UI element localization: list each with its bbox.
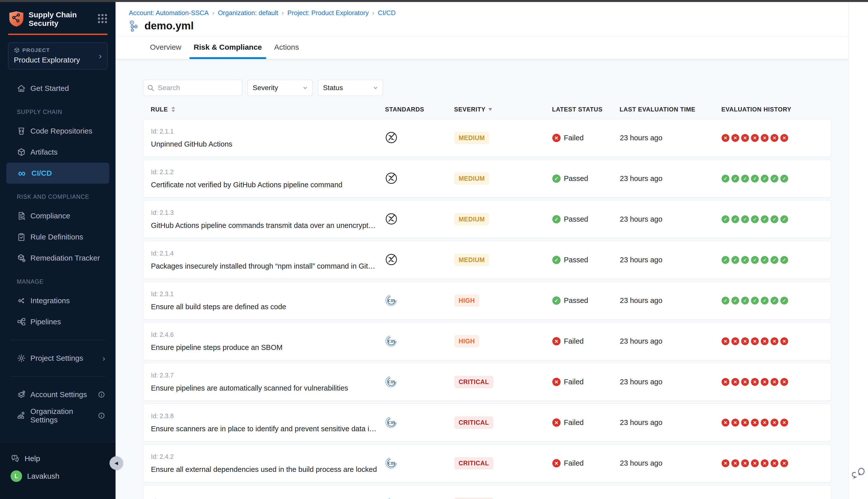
- sidebar-item-account-settings[interactable]: Account Settings: [6, 384, 109, 405]
- rules-table-body: Id: 2.1.1 Unpinned GitHub Actions MEDIUM…: [143, 119, 831, 499]
- sidebar-collapse-button[interactable]: ◀: [109, 456, 123, 470]
- sidebar-item-remediation-tracker[interactable]: Remediation Tracker: [6, 247, 109, 269]
- table-row[interactable]: Id: 2.3.8 Ensure scanners are in place t…: [143, 404, 831, 441]
- table-row[interactable]: Id: 2.1.2 Certificate not verified by Gi…: [143, 160, 831, 197]
- cis-icon: CIS: [385, 498, 397, 499]
- app-title: Supply Chain Security: [29, 11, 97, 28]
- project-cube-icon: [14, 47, 20, 53]
- latest-status-cell: Passed: [552, 296, 620, 305]
- cis-icon: CIS: [385, 376, 397, 388]
- history-pass-icon: [761, 175, 769, 182]
- tab-risk-and-compliance[interactable]: Risk & Compliance: [189, 43, 266, 59]
- breadcrumb: Account: Automation-SSCA › Organization:…: [129, 9, 848, 17]
- history-pass-icon: [751, 297, 759, 304]
- search-icon: [147, 84, 155, 92]
- rule-id: Id: 2.3.8: [151, 412, 385, 420]
- svg-text:CIS: CIS: [388, 298, 395, 303]
- failed-icon: [552, 418, 560, 427]
- history-pass-icon: [722, 175, 730, 182]
- history-pass-icon: [780, 175, 788, 182]
- breadcrumb-account[interactable]: Account: Automation-SSCA: [129, 9, 209, 17]
- history-fail-icon: [741, 337, 749, 345]
- project-selector[interactable]: PROJECT Product Exploratory ›: [8, 42, 108, 70]
- user-menu[interactable]: L Lavakush: [11, 467, 108, 485]
- column-header-rule[interactable]: RULE: [143, 106, 385, 113]
- severity-badge: HIGH: [454, 335, 479, 348]
- severity-badge: CRITICAL: [454, 416, 493, 429]
- history-fail-icon: [751, 337, 759, 345]
- standards-cell: CIS: [385, 335, 454, 348]
- history-fail-icon: [741, 459, 749, 467]
- tab-overview[interactable]: Overview: [146, 43, 185, 59]
- last-evaluation-time: 23 hours ago: [620, 215, 722, 223]
- table-row[interactable]: Id: 2.1.4 Packages insecurely installed …: [143, 241, 831, 279]
- status-filter-dropdown[interactable]: Status: [318, 80, 383, 96]
- owasp-icon: [385, 172, 397, 184]
- support-chat-icon[interactable]: [852, 466, 865, 479]
- standards-cell: [385, 132, 454, 145]
- table-row[interactable]: Id: 2.1.1 Unpinned GitHub Actions MEDIUM…: [143, 119, 831, 157]
- column-header-severity[interactable]: SEVERITY: [454, 106, 552, 113]
- evaluation-history: [722, 378, 831, 386]
- page-header: Account: Automation-SSCA › Organization:…: [116, 2, 848, 36]
- severity-cell: CRITICAL: [454, 498, 552, 499]
- table-row[interactable]: Id: 2.3.7 Ensure pipelines are automatic…: [143, 363, 831, 401]
- risk-compliance-content: Severity Status RULE STANDARDS SEVERITY …: [116, 59, 848, 499]
- table-row[interactable]: Id: 2.4.6 Ensure pipeline steps produce …: [143, 322, 831, 360]
- severity-badge: CRITICAL: [454, 376, 493, 388]
- breadcrumb-cicd[interactable]: CI/CD: [378, 9, 396, 17]
- rule-cell: Id: 2.1.3 GitHub Actions pipeline comman…: [143, 209, 385, 230]
- help-button[interactable]: ? Help: [11, 450, 108, 467]
- sidebar-item-integrations[interactable]: Integrations: [6, 290, 109, 311]
- standards-cell: [385, 254, 454, 267]
- chevron-separator-icon: ›: [282, 9, 284, 17]
- table-row[interactable]: Id: 2.4.2 Ensure all external dependenci…: [143, 444, 831, 482]
- history-fail-icon: [780, 459, 788, 467]
- sidebar-item-rule-definitions[interactable]: Rule Definitions: [6, 227, 109, 247]
- severity-cell: CRITICAL: [454, 376, 552, 388]
- sidebar-item-pipelines[interactable]: Pipelines: [6, 311, 109, 332]
- window-top-bar: [0, 0, 868, 2]
- status-text: Passed: [564, 215, 588, 223]
- module-grid-icon[interactable]: [97, 14, 108, 24]
- table-row[interactable]: Id: 3.1.7 CIS CRITICAL Failed 23 hours a…: [143, 485, 831, 499]
- sidebar-item-get-started[interactable]: Get Started: [6, 78, 109, 99]
- breadcrumb-project[interactable]: Project: Product Exploratory: [287, 9, 369, 17]
- rule-id: Id: 2.1.4: [151, 250, 385, 257]
- history-pass-icon: [761, 215, 769, 223]
- history-pass-icon: [761, 297, 769, 304]
- history-pass-icon: [731, 256, 739, 264]
- severity-filter-dropdown[interactable]: Severity: [248, 80, 313, 96]
- history-fail-icon: [771, 378, 778, 386]
- history-fail-icon: [722, 419, 730, 426]
- help-chat-icon: ?: [11, 454, 20, 463]
- evaluation-history: [722, 256, 831, 264]
- history-fail-icon: [731, 419, 739, 426]
- severity-badge: MEDIUM: [454, 172, 489, 185]
- history-fail-icon: [751, 419, 759, 426]
- rule-id: Id: 2.4.6: [151, 331, 385, 338]
- tab-actions[interactable]: Actions: [270, 43, 303, 59]
- sidebar-item-organization-settings[interactable]: Organization Settings: [6, 405, 109, 426]
- history-fail-icon: [780, 337, 788, 345]
- sidebar-item-project-settings[interactable]: Project Settings ›: [6, 348, 109, 369]
- table-row[interactable]: Id: 2.3.1 Ensure all build steps are def…: [143, 282, 831, 319]
- last-evaluation-time: 23 hours ago: [620, 174, 722, 183]
- severity-badge: CRITICAL: [454, 498, 493, 499]
- sidebar-item-code-repositories[interactable]: Code Repositories: [6, 121, 109, 142]
- search-input[interactable]: [143, 80, 242, 96]
- sidebar-item-compliance[interactable]: Compliance: [6, 205, 109, 227]
- rule-name: Packages insecurely installed through “n…: [151, 262, 377, 270]
- rule-id: Id: 2.4.2: [151, 453, 385, 460]
- standards-cell: CIS: [385, 416, 454, 429]
- breadcrumb-organization[interactable]: Organization: default: [218, 9, 278, 17]
- sidebar-item-cicd[interactable]: ∞ CI/CD: [6, 163, 109, 184]
- latest-status-cell: Passed: [552, 256, 620, 264]
- svg-text:CIS: CIS: [388, 420, 395, 425]
- sidebar-item-artifacts[interactable]: Artifacts: [6, 142, 109, 163]
- history-pass-icon: [741, 215, 749, 223]
- history-fail-icon: [722, 378, 730, 386]
- history-pass-icon: [771, 297, 778, 304]
- table-row[interactable]: Id: 2.1.3 GitHub Actions pipeline comman…: [143, 200, 831, 238]
- clipboard-check-icon: [17, 232, 26, 242]
